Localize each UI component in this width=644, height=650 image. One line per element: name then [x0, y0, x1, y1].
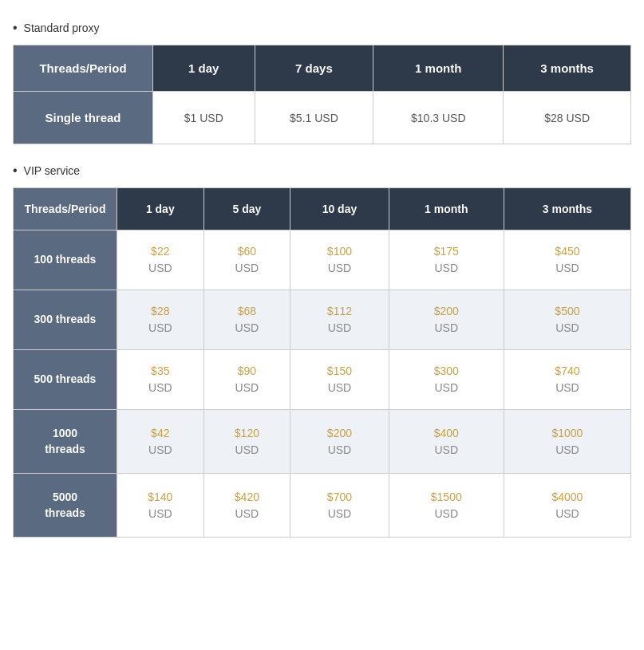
standard-col-3months: 3 months [504, 45, 631, 92]
price-cell: $10.3 USD [373, 92, 504, 144]
price-currency: USD [328, 321, 352, 334]
standard-col-7days: 7 days [255, 45, 373, 92]
price-currency: USD [235, 381, 259, 394]
vip-col-3months: 3 months [504, 188, 630, 230]
table-row: 5000threads$140USD$420USD$700USD$1500USD… [14, 474, 631, 538]
price-cell: $420USD [203, 474, 290, 538]
price-cell: $68USD [203, 290, 290, 350]
price-currency: USD [328, 262, 352, 274]
table-row: Single thread $1 USD $5.1 USD $10.3 USD … [14, 92, 631, 144]
price-cell: $500USD [504, 290, 630, 350]
price-cell: $35USD [117, 350, 204, 410]
price-cell: $5.1 USD [255, 92, 373, 144]
vip-corner-header: Threads/Period [14, 188, 117, 230]
vip-col-10day: 10 day [290, 188, 389, 230]
price-currency: USD [434, 507, 458, 520]
price-cell: $300USD [389, 350, 504, 410]
price-currency: USD [235, 321, 259, 334]
thread-count-label: 500 threads [14, 350, 117, 410]
price-amount: $112 [327, 305, 352, 317]
price-cell: $400USD [389, 410, 504, 474]
price-amount: $450 [555, 245, 579, 258]
price-amount: $300 [434, 364, 459, 377]
price-amount: $22 [151, 245, 169, 258]
price-cell: $90USD [203, 350, 290, 410]
price-amount: $4000 [551, 490, 583, 503]
price-cell: $28 USD [504, 92, 631, 144]
vip-service-label: VIP service [13, 163, 631, 178]
price-currency: USD [148, 443, 172, 456]
thread-count-label: 300 threads [14, 290, 117, 350]
price-amount: $90 [238, 364, 256, 377]
standard-col-1day: 1 day [153, 45, 255, 92]
standard-proxy-table: Threads/Period 1 day 7 days 1 month 3 mo… [13, 45, 631, 144]
vip-service-table: Threads/Period 1 day 5 day 10 day 1 mont… [13, 187, 631, 538]
price-cell: $22USD [117, 230, 204, 290]
standard-proxy-label: Standard proxy [13, 21, 631, 35]
price-currency: USD [148, 381, 172, 394]
price-cell: $700USD [290, 474, 389, 538]
price-amount: $60 [238, 245, 256, 258]
table-row: 100 threads$22USD$60USD$100USD$175USD$45… [14, 230, 631, 290]
price-cell: $100USD [290, 230, 389, 290]
price-cell: $28USD [117, 290, 204, 350]
price-currency: USD [555, 443, 579, 456]
price-amount: $140 [148, 490, 172, 503]
price-cell: $175USD [389, 230, 504, 290]
standard-proxy-section: Standard proxy Threads/Period 1 day 7 da… [13, 21, 631, 144]
price-currency: USD [434, 381, 458, 394]
price-currency: USD [235, 262, 259, 274]
vip-col-1day: 1 day [117, 188, 204, 230]
price-currency: USD [555, 321, 579, 334]
price-amount: $42 [151, 427, 169, 439]
price-amount: $175 [434, 245, 459, 258]
price-cell: $1 USD [153, 92, 255, 144]
price-amount: $700 [327, 490, 352, 503]
vip-col-1month: 1 month [389, 188, 504, 230]
table-row: 1000threads$42USD$120USD$200USD$400USD$1… [14, 410, 631, 474]
thread-count-label: 1000threads [14, 410, 117, 474]
price-cell: $112USD [290, 290, 389, 350]
price-amount: $500 [555, 305, 579, 317]
price-amount: $35 [151, 364, 169, 377]
price-currency: USD [555, 507, 579, 520]
price-currency: USD [555, 262, 579, 274]
price-amount: $28 [151, 305, 169, 317]
price-currency: USD [235, 507, 259, 520]
price-amount: $68 [238, 305, 256, 317]
vip-col-5day: 5 day [203, 188, 290, 230]
price-amount: $200 [434, 305, 459, 317]
price-cell: $740USD [504, 350, 630, 410]
price-amount: $400 [434, 427, 459, 439]
table-row: 500 threads$35USD$90USD$150USD$300USD$74… [14, 350, 631, 410]
price-currency: USD [328, 381, 352, 394]
price-amount: $200 [327, 427, 352, 439]
price-cell: $150USD [290, 350, 389, 410]
standard-corner-header: Threads/Period [14, 45, 153, 92]
price-cell: $1000USD [504, 410, 630, 474]
price-cell: $4000USD [504, 474, 630, 538]
table-row: 300 threads$28USD$68USD$112USD$200USD$50… [14, 290, 631, 350]
price-currency: USD [235, 443, 259, 456]
thread-count-label: 100 threads [14, 230, 117, 290]
standard-col-1month: 1 month [373, 45, 504, 92]
price-currency: USD [434, 321, 458, 334]
price-currency: USD [434, 262, 458, 274]
price-cell: $450USD [504, 230, 630, 290]
price-amount: $1000 [551, 427, 583, 439]
price-cell: $42USD [117, 410, 204, 474]
price-cell: $120USD [203, 410, 290, 474]
price-currency: USD [328, 507, 352, 520]
price-cell: $60USD [203, 230, 290, 290]
price-amount: $120 [235, 427, 259, 439]
price-cell: $140USD [117, 474, 204, 538]
price-currency: USD [148, 262, 172, 274]
price-cell: $1500USD [389, 474, 504, 538]
price-currency: USD [434, 443, 458, 456]
price-currency: USD [328, 443, 352, 456]
price-amount: $740 [555, 364, 579, 377]
price-amount: $150 [327, 364, 352, 377]
price-cell: $200USD [389, 290, 504, 350]
price-currency: USD [148, 321, 172, 334]
price-amount: $100 [327, 245, 352, 258]
